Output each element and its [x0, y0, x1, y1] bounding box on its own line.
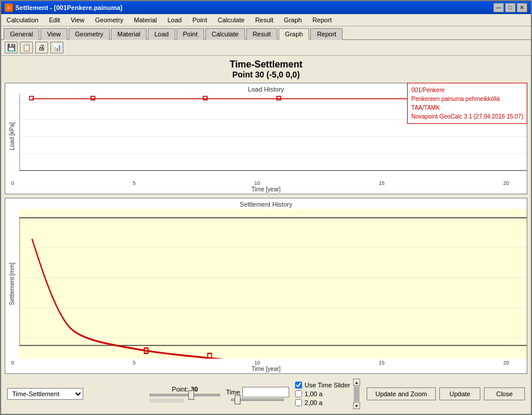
- save-button[interactable]: 💾: [5, 42, 18, 53]
- time-slider-track[interactable]: [231, 399, 284, 401]
- use-time-slider-label: Use Time Slider: [304, 382, 350, 389]
- update-zoom-button[interactable]: Update and Zoom: [367, 387, 436, 400]
- menu-edit[interactable]: Edit: [46, 15, 63, 25]
- settlement-history-inner: Settlement [mm]: [5, 209, 527, 359]
- time-input[interactable]: [242, 387, 289, 397]
- tab-calculate[interactable]: Calculate: [205, 28, 245, 40]
- main-content: Time-Settlement Point 30 (-5,0 0,0) 001/…: [1, 56, 531, 414]
- tab-result[interactable]: Result: [246, 28, 277, 40]
- scroll-down-arrow[interactable]: ▼: [353, 402, 360, 409]
- checkbox-scroll-section: Use Time Slider 1,00 a 2,00 a ▲ ▼: [295, 379, 361, 409]
- settlement-x-tick-10: 10: [254, 360, 260, 366]
- tab-general[interactable]: General: [4, 28, 39, 40]
- update-button[interactable]: Update: [439, 387, 480, 400]
- settlement-history-chart: Settlement History Settlement [mm]: [5, 198, 527, 374]
- chart-subtitle: Point 30 (-5,0 0,0): [5, 70, 527, 79]
- info-line4: TAA/TAMK: [411, 103, 523, 112]
- menu-bar: Calculation Edit View Geometry Material …: [1, 14, 531, 26]
- app-icon: S: [5, 4, 13, 12]
- info-line3: Penkereen painuma pehmeikköllä: [411, 95, 523, 103]
- load-x-tick-15: 15: [379, 180, 385, 186]
- point-section: Point: 30 ||||||||||||||||||||||||||||: [150, 386, 220, 403]
- point-label: Point:: [172, 386, 188, 393]
- main-window: S Settlement - [001Penkere.painuma] — □ …: [0, 0, 532, 415]
- info-line1: 001/Penkere: [411, 86, 523, 95]
- load-x-tick-0: 0: [11, 180, 14, 186]
- print-button[interactable]: 🖨: [35, 42, 48, 53]
- load-x-tick-20: 20: [503, 180, 509, 186]
- checkbox-section: Use Time Slider 1,00 a 2,00 a: [295, 382, 350, 406]
- info-line5: Novapoint GeoCalc 3.1 (27.04.2016 15:07): [411, 112, 523, 121]
- title-buttons: — □ ✕: [493, 3, 527, 12]
- settlement-x-tick-5: 5: [133, 360, 135, 366]
- menu-calculation[interactable]: Calculation: [4, 15, 41, 25]
- time-item1-label: 1,00 a: [304, 390, 323, 397]
- menu-point[interactable]: Point: [189, 15, 210, 25]
- tab-report[interactable]: Report: [310, 28, 343, 40]
- tab-graph[interactable]: Graph: [279, 28, 310, 40]
- chart-type-dropdown[interactable]: Time-Settlement Load-Settlement Degree o…: [7, 388, 83, 400]
- window-title: Settlement - [001Penkere.painuma]: [15, 4, 123, 11]
- settlement-x-tick-15: 15: [379, 360, 385, 366]
- menu-calculate[interactable]: Calculate: [215, 15, 248, 25]
- menu-graph[interactable]: Graph: [281, 15, 305, 25]
- close-window-button[interactable]: ✕: [517, 3, 527, 12]
- time-section: Time: [226, 387, 289, 401]
- time-item2-checkbox[interactable]: [295, 399, 302, 406]
- scroll-thumb[interactable]: [354, 386, 360, 401]
- scroll-up-arrow[interactable]: ▲: [353, 379, 360, 386]
- menu-material[interactable]: Material: [131, 15, 160, 25]
- use-time-slider-row: Use Time Slider: [295, 382, 350, 389]
- title-bar-left: S Settlement - [001Penkere.painuma]: [5, 4, 123, 12]
- load-x-axis: 0 5 10 15 20 Time [year]: [5, 179, 527, 194]
- menu-report[interactable]: Report: [310, 15, 335, 25]
- load-x-tick-5: 5: [133, 180, 135, 186]
- point-slider-thumb[interactable]: [188, 390, 194, 400]
- chart-main-title: Time-Settlement: [5, 59, 527, 70]
- maximize-button[interactable]: □: [505, 3, 516, 12]
- menu-geometry[interactable]: Geometry: [92, 15, 126, 25]
- tab-geometry[interactable]: Geometry: [69, 28, 110, 40]
- close-button[interactable]: Close: [484, 387, 525, 400]
- tab-bar: General View Geometry Material Load Poin…: [1, 26, 531, 39]
- tab-material[interactable]: Material: [111, 28, 147, 40]
- settlement-x-tick-0: 0: [11, 360, 14, 366]
- tab-point[interactable]: Point: [177, 28, 204, 40]
- menu-view[interactable]: View: [67, 15, 87, 25]
- time-item1-row: 1,00 a: [295, 390, 350, 397]
- time-item2-label: 2,00 a: [304, 399, 323, 406]
- time-item1-checkbox[interactable]: [295, 390, 302, 397]
- svg-rect-13: [29, 96, 33, 100]
- use-time-slider-checkbox[interactable]: [295, 382, 302, 389]
- settlement-x-tick-20: 20: [503, 360, 509, 366]
- load-x-ticks: 0 5 10 15 20: [5, 180, 527, 186]
- svg-rect-16: [277, 96, 280, 100]
- svg-rect-15: [204, 96, 207, 100]
- load-y-axis-label: Load [kPa]: [5, 94, 19, 179]
- settlement-x-ticks: 0 5 10 15 20: [5, 360, 527, 366]
- toolbar: 💾 📋 🖨 📊: [1, 39, 531, 56]
- settlement-history-title: Settlement History: [5, 198, 527, 209]
- settlement-x-axis: 0 5 10 15 20 Time [year]: [5, 359, 527, 373]
- menu-load[interactable]: Load: [164, 15, 184, 25]
- open-button[interactable]: 📋: [20, 42, 33, 53]
- point-slider-scale: ||||||||||||||||||||||||||||: [150, 397, 220, 403]
- tab-load[interactable]: Load: [148, 28, 175, 40]
- minimize-button[interactable]: —: [493, 3, 504, 12]
- settlement-y-axis-label: Settlement [mm]: [5, 209, 19, 359]
- settlement-x-label: Time [year]: [252, 366, 281, 372]
- time-item2-row: 2,00 a: [295, 399, 350, 406]
- tab-view[interactable]: View: [40, 28, 67, 40]
- point-slider-track[interactable]: [150, 394, 220, 396]
- bottom-controls: Time-Settlement Load-Settlement Degree o…: [5, 376, 527, 410]
- export-button[interactable]: 📊: [50, 42, 63, 53]
- info-box: 001/Penkere Penkereen painuma pehmeikköl…: [407, 83, 527, 124]
- svg-rect-14: [91, 96, 94, 100]
- load-x-tick-10: 10: [254, 180, 260, 186]
- settlement-chart-svg: 0 50 100 150 200 250: [19, 209, 527, 359]
- chart-header: Time-Settlement Point 30 (-5,0 0,0): [5, 59, 527, 79]
- menu-result[interactable]: Result: [252, 15, 276, 25]
- load-x-label: Time [year]: [252, 186, 281, 193]
- time-slider-thumb[interactable]: [235, 395, 240, 404]
- title-bar: S Settlement - [001Penkere.painuma] — □ …: [1, 1, 531, 14]
